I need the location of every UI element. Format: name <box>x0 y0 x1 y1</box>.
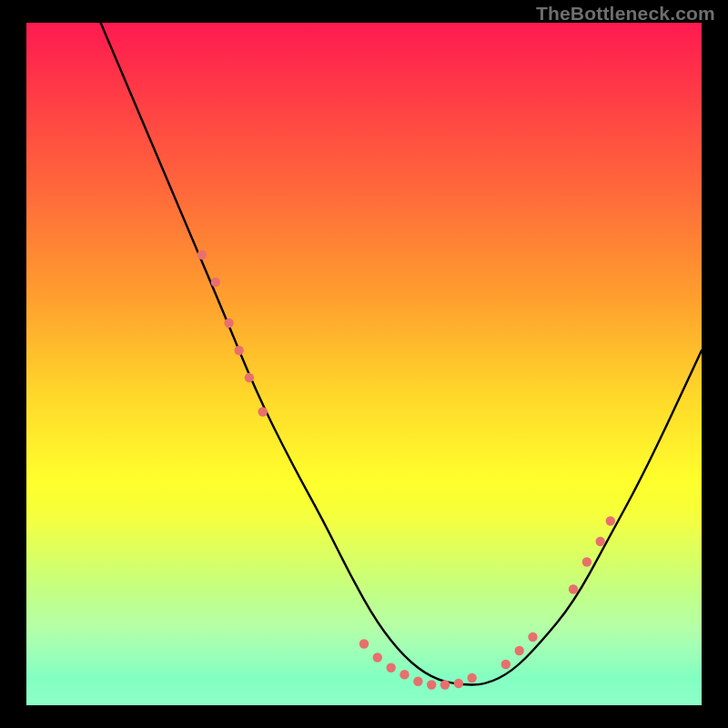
curve-line <box>101 23 702 685</box>
marker-dot <box>399 670 409 679</box>
marker-dot <box>582 557 592 566</box>
marker-dot <box>427 680 436 689</box>
marker-dot <box>235 346 244 355</box>
marker-dot <box>528 632 537 642</box>
chart-frame: TheBottleneck.com <box>0 0 728 728</box>
marker-dot <box>211 278 220 287</box>
marker-dot <box>413 677 422 686</box>
marker-dot <box>569 584 578 593</box>
marker-dot <box>224 318 233 328</box>
marker-dot <box>258 407 268 416</box>
marker-dot <box>468 673 477 682</box>
marker-dot <box>440 680 450 689</box>
marker-dot <box>515 646 524 655</box>
marker-dot <box>454 679 463 688</box>
plot-area <box>26 23 702 705</box>
watermark-text: TheBottleneck.com <box>536 3 715 25</box>
marker-dot <box>606 516 615 525</box>
marker-dot <box>197 250 207 259</box>
marker-dot <box>373 652 382 662</box>
curve-markers <box>197 250 615 690</box>
marker-dot <box>245 373 254 382</box>
marker-dot <box>596 537 605 546</box>
marker-dot <box>359 639 369 648</box>
chart-svg <box>26 23 702 705</box>
marker-dot <box>387 663 396 672</box>
marker-dot <box>501 660 511 669</box>
